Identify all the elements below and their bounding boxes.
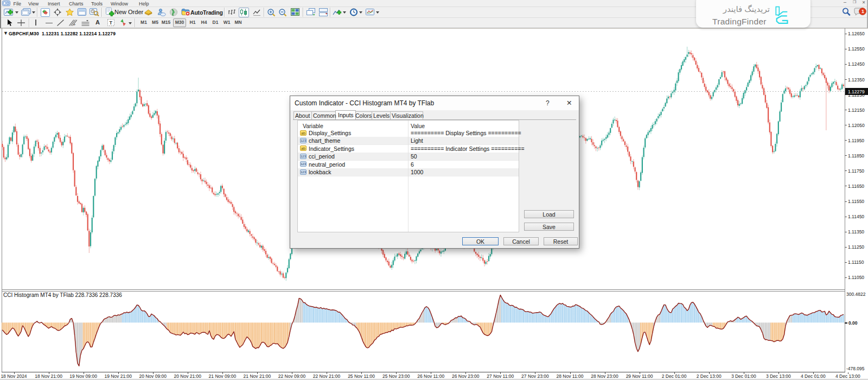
- svg-text:1.12650: 1.12650: [848, 31, 865, 36]
- svg-text:18 Nov 2024: 18 Nov 2024: [1, 373, 27, 379]
- svg-text:1.11350: 1.11350: [848, 229, 864, 235]
- svg-text:0.00: 0.00: [848, 320, 858, 326]
- svg-text:25 Nov 23:00: 25 Nov 23:00: [382, 373, 410, 379]
- svg-text:1.11250: 1.11250: [848, 244, 864, 250]
- svg-text:1.11950: 1.11950: [848, 138, 864, 143]
- svg-text:1.11850: 1.11850: [848, 153, 864, 159]
- svg-text:2 Dec 01:00: 2 Dec 01:00: [662, 373, 687, 379]
- svg-text:28 Nov 11:00: 28 Nov 11:00: [557, 373, 584, 379]
- svg-text:1.12150: 1.12150: [848, 107, 865, 113]
- svg-text:1.12350: 1.12350: [848, 77, 865, 83]
- svg-text:1.11450: 1.11450: [848, 214, 864, 219]
- svg-text:27 Nov 23:00: 27 Nov 23:00: [521, 373, 549, 379]
- svg-text:e: e: [74, 23, 75, 26]
- svg-text:1.11550: 1.11550: [848, 199, 864, 204]
- svg-text:21 Nov 09:00: 21 Nov 09:00: [209, 373, 237, 379]
- svg-text:25 Nov 11:00: 25 Nov 11:00: [348, 373, 375, 379]
- svg-text:26 Nov 23:00: 26 Nov 23:00: [452, 373, 480, 379]
- svg-text:22 Nov 09:00: 22 Nov 09:00: [278, 373, 306, 379]
- svg-text:1.12050: 1.12050: [848, 123, 865, 128]
- svg-text:1: 1: [861, 9, 864, 14]
- svg-text:1.11650: 1.11650: [848, 183, 864, 189]
- svg-text:21 Nov 21:00: 21 Nov 21:00: [244, 373, 271, 379]
- svg-text:4 Dec 01:00: 4 Dec 01:00: [801, 373, 826, 379]
- svg-text:T: T: [110, 20, 113, 26]
- svg-text:28 Nov 23:00: 28 Nov 23:00: [591, 373, 618, 379]
- svg-text:1.12550: 1.12550: [848, 46, 865, 52]
- svg-text:1.11750: 1.11750: [848, 168, 864, 174]
- svg-text:22 Nov 21:00: 22 Nov 21:00: [313, 373, 341, 379]
- svg-text:18 Nov 21:00: 18 Nov 21:00: [35, 373, 62, 379]
- svg-text:27 Nov 11:00: 27 Nov 11:00: [487, 373, 514, 379]
- svg-text:19 Nov 09:00: 19 Nov 09:00: [69, 373, 97, 379]
- svg-text:19 Nov 21:00: 19 Nov 21:00: [104, 373, 132, 379]
- svg-text:20 Nov 09:00: 20 Nov 09:00: [139, 373, 167, 379]
- svg-text:2 Dec 13:00: 2 Dec 13:00: [697, 373, 722, 379]
- svg-text:3 Dec 13:00: 3 Dec 13:00: [766, 373, 791, 379]
- svg-text:1.12279: 1.12279: [848, 89, 865, 94]
- svg-text:1.12450: 1.12450: [848, 61, 865, 67]
- svg-text:1.11150: 1.11150: [848, 259, 864, 265]
- svg-text:3 Dec 01:00: 3 Dec 01:00: [731, 373, 756, 379]
- svg-text:29 Nov 11:00: 29 Nov 11:00: [626, 373, 653, 379]
- svg-text:300.4822: 300.4822: [846, 292, 866, 297]
- svg-text:-478.095: -478.095: [846, 366, 865, 371]
- svg-text:26 Nov 11:00: 26 Nov 11:00: [417, 373, 444, 379]
- svg-text:1.11050: 1.11050: [848, 275, 864, 280]
- svg-text:20 Nov 21:00: 20 Nov 21:00: [174, 373, 202, 379]
- svg-text:4 Dec 13:00: 4 Dec 13:00: [835, 373, 860, 379]
